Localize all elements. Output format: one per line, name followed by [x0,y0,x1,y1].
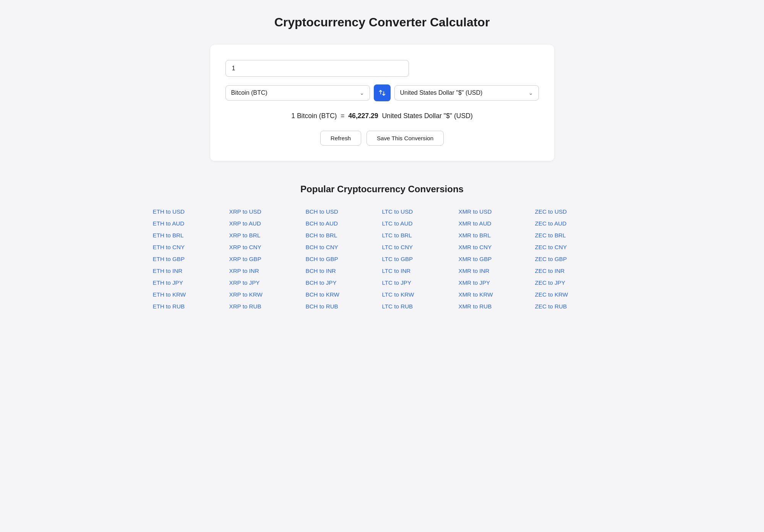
conversion-link[interactable]: XRP to GBP [229,254,306,264]
save-button[interactable]: Save This Conversion [367,131,444,146]
conversion-link[interactable]: ZEC to BRL [535,230,612,240]
from-chevron-icon: ⌄ [360,90,364,96]
conversion-link[interactable]: XRP to RUB [229,302,306,311]
conversion-link[interactable]: XMR to JPY [459,278,535,287]
conversion-link[interactable]: ETH to RUB [153,302,229,311]
conversion-link[interactable]: BCH to JPY [306,278,382,287]
conversion-link[interactable]: BCH to AUD [306,219,382,228]
conversion-link[interactable]: ZEC to RUB [535,302,612,311]
conversion-link[interactable]: XMR to KRW [459,290,535,299]
conversion-link[interactable]: ETH to JPY [153,278,229,287]
to-chevron-icon: ⌄ [529,90,533,96]
conversions-grid: ETH to USDXRP to USDBCH to USDLTC to USD… [153,207,612,311]
conversion-link[interactable]: BCH to BRL [306,230,382,240]
conversion-link[interactable]: XMR to AUD [459,219,535,228]
conversion-link[interactable]: LTC to BRL [382,230,459,240]
conversion-link[interactable]: LTC to AUD [382,219,459,228]
conversion-link[interactable]: ETH to CNY [153,242,229,252]
result-unit: United States Dollar "$" (USD) [382,112,472,120]
conversion-link[interactable]: XMR to BRL [459,230,535,240]
result-from-text: 1 Bitcoin (BTC) [291,112,337,120]
conversion-link[interactable]: ETH to AUD [153,219,229,228]
currency-row: Bitcoin (BTC) ⌄ United States Dollar "$"… [225,84,539,101]
conversion-link[interactable]: ZEC to AUD [535,219,612,228]
conversion-link[interactable]: LTC to CNY [382,242,459,252]
page-title: Cryptocurrency Converter Calculator [8,15,756,29]
conversion-link[interactable]: ZEC to INR [535,266,612,276]
conversion-link[interactable]: ETH to INR [153,266,229,276]
conversion-link[interactable]: XRP to BRL [229,230,306,240]
to-currency-label: United States Dollar "$" (USD) [400,89,529,96]
conversion-link[interactable]: XMR to GBP [459,254,535,264]
from-currency-select[interactable]: Bitcoin (BTC) ⌄ [225,85,370,101]
conversion-link[interactable]: LTC to USD [382,207,459,216]
conversion-link[interactable]: BCH to CNY [306,242,382,252]
conversion-link[interactable]: XRP to KRW [229,290,306,299]
conversion-link[interactable]: BCH to RUB [306,302,382,311]
conversion-link[interactable]: XRP to JPY [229,278,306,287]
conversion-link[interactable]: LTC to KRW [382,290,459,299]
from-currency-label: Bitcoin (BTC) [231,89,360,96]
conversion-link[interactable]: XRP to CNY [229,242,306,252]
conversion-link[interactable]: ZEC to USD [535,207,612,216]
conversion-link[interactable]: XMR to USD [459,207,535,216]
conversion-link[interactable]: XRP to USD [229,207,306,216]
conversion-link[interactable]: BCH to USD [306,207,382,216]
action-buttons: Refresh Save This Conversion [225,131,539,146]
conversion-link[interactable]: LTC to JPY [382,278,459,287]
result-equals: = [341,112,344,120]
conversion-link[interactable]: XMR to INR [459,266,535,276]
amount-input[interactable] [225,60,409,77]
conversion-link[interactable]: LTC to INR [382,266,459,276]
popular-section: Popular Cryptocurrency Conversions ETH t… [153,184,612,311]
result-value: 46,227.29 [348,112,378,120]
conversion-link[interactable]: XRP to INR [229,266,306,276]
conversion-link[interactable]: ZEC to JPY [535,278,612,287]
conversion-link[interactable]: ETH to KRW [153,290,229,299]
conversion-link[interactable]: XMR to CNY [459,242,535,252]
conversion-link[interactable]: ZEC to GBP [535,254,612,264]
result-row: 1 Bitcoin (BTC) = 46,227.29 United State… [225,112,539,120]
conversion-link[interactable]: LTC to GBP [382,254,459,264]
swap-button[interactable] [374,84,391,101]
conversion-link[interactable]: BCH to KRW [306,290,382,299]
swap-icon [378,89,386,97]
conversion-link[interactable]: ETH to BRL [153,230,229,240]
conversion-link[interactable]: XMR to RUB [459,302,535,311]
conversion-link[interactable]: BCH to GBP [306,254,382,264]
conversion-link[interactable]: LTC to RUB [382,302,459,311]
conversion-link[interactable]: ZEC to CNY [535,242,612,252]
conversion-link[interactable]: ETH to USD [153,207,229,216]
popular-title: Popular Cryptocurrency Conversions [153,184,612,195]
conversion-link[interactable]: ZEC to KRW [535,290,612,299]
conversion-link[interactable]: BCH to INR [306,266,382,276]
conversion-link[interactable]: XRP to AUD [229,219,306,228]
refresh-button[interactable]: Refresh [320,131,361,146]
converter-card: Bitcoin (BTC) ⌄ United States Dollar "$"… [210,45,554,161]
to-currency-select[interactable]: United States Dollar "$" (USD) ⌄ [394,85,539,101]
conversion-link[interactable]: ETH to GBP [153,254,229,264]
